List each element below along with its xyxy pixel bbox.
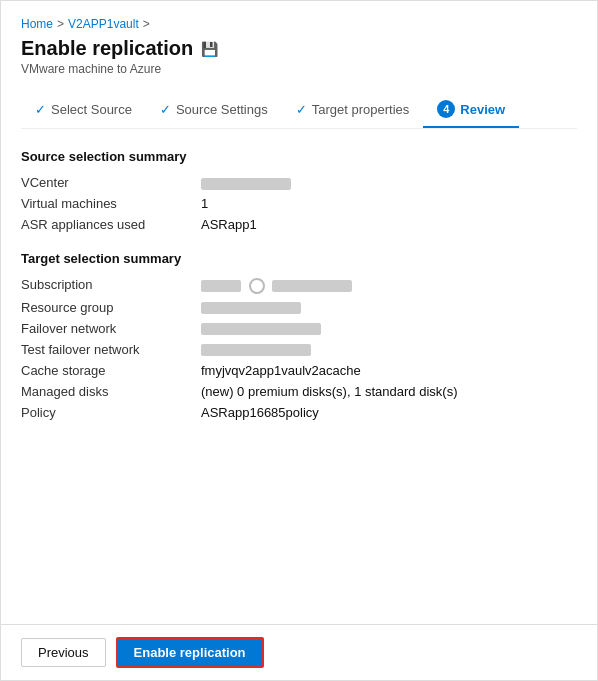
tab-target-properties[interactable]: ✓ Target properties: [282, 94, 424, 127]
subscription-label: Subscription: [21, 277, 201, 294]
breadcrumb-sep1: >: [57, 17, 64, 31]
failover-network-label: Failover network: [21, 321, 201, 336]
tab-select-source-label: Select Source: [51, 102, 132, 117]
table-row: Policy ASRapp16685policy: [21, 402, 577, 423]
failover-network-value: [201, 321, 577, 336]
breadcrumb-sep2: >: [143, 17, 150, 31]
table-row: ASR appliances used ASRapp1: [21, 214, 577, 235]
target-summary-table: Subscription Resource group Failover net…: [21, 274, 577, 423]
target-summary-title: Target selection summary: [21, 251, 577, 266]
page-title: Enable replication: [21, 37, 193, 60]
source-summary-title: Source selection summary: [21, 149, 577, 164]
policy-label: Policy: [21, 405, 201, 420]
vcenter-label: VCenter: [21, 175, 201, 190]
subscription-blur2: [272, 280, 352, 292]
steps-nav: ✓ Select Source ✓ Source Settings ✓ Targ…: [21, 92, 577, 129]
breadcrumb: Home > V2APP1vault >: [21, 17, 577, 31]
vcenter-blur: [201, 178, 291, 190]
managed-disks-value: (new) 0 premium disks(s), 1 standard dis…: [201, 384, 577, 399]
tab-source-settings-label: Source Settings: [176, 102, 268, 117]
table-row: Virtual machines 1: [21, 193, 577, 214]
subscription-circle: [249, 278, 265, 294]
breadcrumb-home[interactable]: Home: [21, 17, 53, 31]
asr-appliances-value: ASRapp1: [201, 217, 577, 232]
tab-target-properties-label: Target properties: [312, 102, 410, 117]
table-row: VCenter: [21, 172, 577, 193]
subscription-blur1: [201, 280, 241, 292]
failover-network-blur: [201, 323, 321, 335]
breadcrumb-vault[interactable]: V2APP1vault: [68, 17, 139, 31]
policy-value: ASRapp16685policy: [201, 405, 577, 420]
page-subtitle: VMware machine to Azure: [21, 62, 577, 76]
tab-select-source[interactable]: ✓ Select Source: [21, 94, 146, 127]
table-row: Test failover network: [21, 339, 577, 360]
test-failover-blur: [201, 344, 311, 356]
virtual-machines-value: 1: [201, 196, 577, 211]
resource-group-value: [201, 300, 577, 315]
cache-storage-label: Cache storage: [21, 363, 201, 378]
cache-storage-value: fmyjvqv2app1vaulv2acache: [201, 363, 577, 378]
table-row: Resource group: [21, 297, 577, 318]
footer: Previous Enable replication: [1, 624, 597, 680]
virtual-machines-label: Virtual machines: [21, 196, 201, 211]
table-row: Subscription: [21, 274, 577, 297]
check-icon-target-properties: ✓: [296, 102, 307, 117]
test-failover-label: Test failover network: [21, 342, 201, 357]
source-summary-table: VCenter Virtual machines 1 ASR appliance…: [21, 172, 577, 235]
tab-review-label: Review: [460, 102, 505, 117]
managed-disks-label: Managed disks: [21, 384, 201, 399]
resource-group-label: Resource group: [21, 300, 201, 315]
check-icon-select-source: ✓: [35, 102, 46, 117]
enable-replication-button[interactable]: Enable replication: [116, 637, 264, 668]
check-icon-source-settings: ✓: [160, 102, 171, 117]
save-icon[interactable]: 💾: [201, 41, 218, 57]
table-row: Managed disks (new) 0 premium disks(s), …: [21, 381, 577, 402]
previous-button[interactable]: Previous: [21, 638, 106, 667]
asr-appliances-label: ASR appliances used: [21, 217, 201, 232]
table-row: Cache storage fmyjvqv2app1vaulv2acache: [21, 360, 577, 381]
tab-review[interactable]: 4 Review: [423, 92, 519, 128]
resource-group-blur: [201, 302, 301, 314]
table-row: Failover network: [21, 318, 577, 339]
test-failover-value: [201, 342, 577, 357]
tab-source-settings[interactable]: ✓ Source Settings: [146, 94, 282, 127]
vcenter-value: [201, 175, 577, 190]
step-num-review: 4: [437, 100, 455, 118]
subscription-value: [201, 277, 577, 294]
